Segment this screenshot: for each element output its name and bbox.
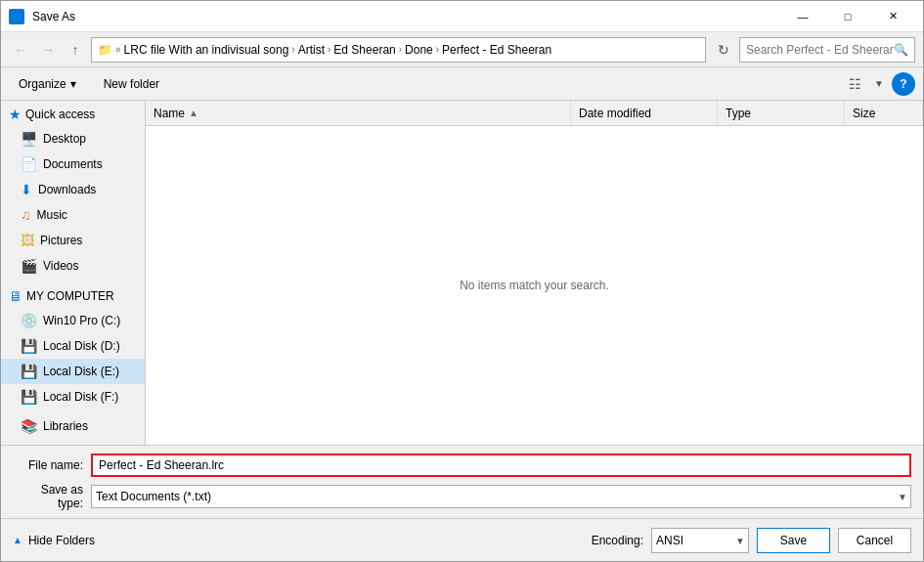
nav-toolbar: ← → ↑ 📁 » LRC file With an indivisual so… xyxy=(1,32,923,67)
maximize-button[interactable]: □ xyxy=(825,1,870,32)
quick-access-label: Quick access xyxy=(25,108,95,121)
new-folder-label: New folder xyxy=(104,77,159,91)
sidebar-item-desktop[interactable]: 🖥️ Desktop xyxy=(1,126,145,151)
sort-arrow: ▲ xyxy=(189,108,198,118)
cancel-button[interactable]: Cancel xyxy=(838,528,911,553)
hide-folders-label: Hide Folders xyxy=(28,534,95,547)
downloads-icon: ⬇ xyxy=(21,182,32,197)
breadcrumb-folder-icon: 📁 xyxy=(98,43,112,57)
local-d-icon: 💾 xyxy=(21,338,37,354)
col-header-size[interactable]: Size xyxy=(845,101,923,125)
title-bar-controls: — □ ✕ xyxy=(780,1,915,32)
videos-label: Videos xyxy=(43,259,78,273)
organize-button[interactable]: Organize ▾ xyxy=(9,71,86,97)
local-e-label: Local Disk (E:) xyxy=(43,365,119,378)
breadcrumb-item-1[interactable]: LRC file With an indivisual song xyxy=(124,43,289,57)
col-type-label: Type xyxy=(726,107,751,120)
close-button[interactable]: ✕ xyxy=(870,1,915,32)
libraries-label: Libraries xyxy=(43,419,88,433)
col-size-label: Size xyxy=(853,107,875,120)
footer-right: Encoding: ANSI ▼ Save Cancel xyxy=(592,528,911,553)
filename-row: File name: xyxy=(13,454,911,477)
savetype-select[interactable]: Text Documents (*.txt) xyxy=(91,485,911,508)
title-bar-left: Save As xyxy=(9,9,75,24)
pictures-label: Pictures xyxy=(40,234,82,247)
savetype-label: Save as type: xyxy=(13,483,91,510)
encoding-label: Encoding: xyxy=(592,534,643,547)
breadcrumb-item-4[interactable]: Done xyxy=(405,43,433,57)
breadcrumb-item-3[interactable]: Ed Sheeran xyxy=(333,43,395,57)
breadcrumb-bar[interactable]: 📁 » LRC file With an indivisual song › A… xyxy=(91,37,706,63)
file-list-header: Name ▲ Date modified Type Size xyxy=(146,101,923,126)
sidebar-item-downloads[interactable]: ⬇ Downloads xyxy=(1,177,145,202)
empty-message: No items match your search. xyxy=(460,279,609,292)
local-d-label: Local Disk (D:) xyxy=(43,339,120,353)
file-list-body: No items match your search. xyxy=(146,126,923,445)
sidebar-quick-access-header[interactable]: ★ Quick access xyxy=(1,101,145,126)
search-icon: 🔍 xyxy=(894,43,908,57)
bottom-form: File name: Save as type: Text Documents … xyxy=(1,445,923,518)
window-icon xyxy=(9,9,24,24)
savetype-select-wrapper: Text Documents (*.txt) ▼ xyxy=(91,485,911,508)
sidebar-quick-access-section: ★ Quick access 🖥️ Desktop 📄 Documents ⬇ … xyxy=(1,101,145,279)
win10-disk-icon: 💿 xyxy=(21,313,37,328)
sidebar-computer-section: 🖥 MY COMPUTER 💿 Win10 Pro (C:) 💾 Local D… xyxy=(1,282,145,410)
local-f-label: Local Disk (F:) xyxy=(43,390,118,404)
col-header-type[interactable]: Type xyxy=(718,101,845,125)
view-options-button[interactable]: ☷ xyxy=(843,72,866,96)
local-e-icon: 💾 xyxy=(21,364,37,379)
col-header-name[interactable]: Name ▲ xyxy=(146,101,571,125)
file-list: Name ▲ Date modified Type Size No items … xyxy=(146,101,923,445)
forward-button[interactable]: → xyxy=(36,38,60,62)
save-as-dialog: Save As — □ ✕ ← → ↑ 📁 » LRC file With an… xyxy=(0,0,924,562)
savetype-row: Save as type: Text Documents (*.txt) ▼ xyxy=(13,483,911,510)
filename-label: File name: xyxy=(13,458,91,472)
col-name-label: Name xyxy=(154,107,185,120)
new-folder-button[interactable]: New folder xyxy=(94,71,169,97)
organize-toolbar: Organize ▾ New folder ☷ ▼ ? xyxy=(1,67,923,101)
search-input[interactable] xyxy=(746,43,894,57)
breadcrumb-item-5[interactable]: Perfect - Ed Sheeran xyxy=(442,43,551,57)
organize-label: Organize xyxy=(19,77,66,91)
sidebar: ★ Quick access 🖥️ Desktop 📄 Documents ⬇ … xyxy=(1,101,146,445)
search-bar[interactable]: 🔍 xyxy=(739,37,915,63)
documents-label: Documents xyxy=(43,157,103,171)
local-f-icon: 💾 xyxy=(21,389,37,405)
sidebar-item-local-e[interactable]: 💾 Local Disk (E:) xyxy=(1,359,145,384)
desktop-icon: 🖥️ xyxy=(21,131,37,147)
sidebar-item-local-d[interactable]: 💾 Local Disk (D:) xyxy=(1,333,145,359)
sidebar-item-videos[interactable]: 🎬 Videos xyxy=(1,253,145,279)
win10-label: Win10 Pro (C:) xyxy=(43,314,120,327)
my-computer-label: MY COMPUTER xyxy=(26,289,114,303)
breadcrumb-item-2[interactable]: Artist xyxy=(298,43,325,57)
videos-icon: 🎬 xyxy=(21,258,37,274)
filename-input[interactable] xyxy=(91,454,911,477)
col-header-date[interactable]: Date modified xyxy=(571,101,718,125)
sidebar-computer-header[interactable]: 🖥 MY COMPUTER xyxy=(1,282,145,308)
main-content: ★ Quick access 🖥️ Desktop 📄 Documents ⬇ … xyxy=(1,101,923,445)
sidebar-item-pictures[interactable]: 🖼 Pictures xyxy=(1,228,145,253)
encoding-select[interactable]: ANSI xyxy=(651,528,749,553)
footer: ▲ Hide Folders Encoding: ANSI ▼ Save Can… xyxy=(1,518,923,561)
sidebar-item-local-f[interactable]: 💾 Local Disk (F:) xyxy=(1,384,145,410)
minimize-button[interactable]: — xyxy=(780,1,825,32)
music-icon: ♫ xyxy=(21,207,31,223)
downloads-label: Downloads xyxy=(38,183,96,196)
back-button[interactable]: ← xyxy=(9,38,32,62)
sidebar-libraries-section: 📚 Libraries xyxy=(1,413,145,439)
sidebar-item-music[interactable]: ♫ Music xyxy=(1,202,145,228)
libraries-icon: 📚 xyxy=(21,418,37,434)
help-button[interactable]: ? xyxy=(892,72,915,96)
sidebar-item-documents[interactable]: 📄 Documents xyxy=(1,151,145,177)
refresh-button[interactable]: ↻ xyxy=(712,38,735,62)
sidebar-item-libraries[interactable]: 📚 Libraries xyxy=(1,413,145,439)
pictures-icon: 🖼 xyxy=(21,233,34,248)
view-arrow: ▼ xyxy=(874,78,884,89)
sidebar-item-win10[interactable]: 💿 Win10 Pro (C:) xyxy=(1,308,145,333)
organize-arrow: ▾ xyxy=(70,77,76,91)
hide-folders-button[interactable]: ▲ Hide Folders xyxy=(13,534,95,547)
up-button[interactable]: ↑ xyxy=(64,38,87,62)
music-label: Music xyxy=(37,208,67,222)
save-button[interactable]: Save xyxy=(757,528,830,553)
col-date-label: Date modified xyxy=(579,107,651,120)
